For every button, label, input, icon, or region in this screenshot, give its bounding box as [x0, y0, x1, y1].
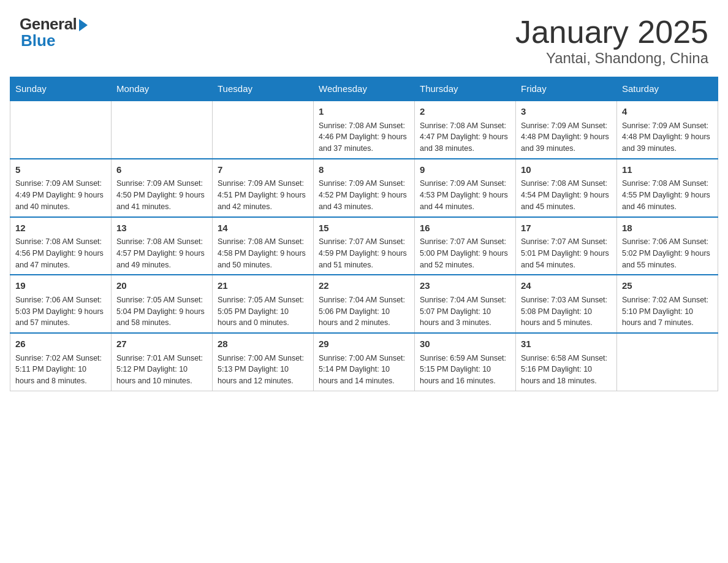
day-info: Sunrise: 7:00 AM Sunset: 5:14 PM Dayligh…: [319, 353, 409, 387]
calendar-cell: 20Sunrise: 7:05 AM Sunset: 5:04 PM Dayli…: [112, 275, 213, 333]
day-number: 18: [622, 221, 713, 236]
calendar-cell: 10Sunrise: 7:08 AM Sunset: 4:54 PM Dayli…: [516, 159, 617, 217]
day-number: 1: [319, 105, 409, 119]
day-number: 28: [218, 337, 308, 351]
day-info: Sunrise: 7:04 AM Sunset: 5:06 PM Dayligh…: [319, 294, 409, 329]
calendar-cell: 6Sunrise: 7:09 AM Sunset: 4:50 PM Daylig…: [112, 159, 213, 217]
day-number: 25: [622, 279, 713, 293]
day-of-week-tuesday: Tuesday: [213, 77, 314, 101]
calendar-cell: 18Sunrise: 7:06 AM Sunset: 5:02 PM Dayli…: [617, 217, 718, 275]
day-number: 21: [218, 279, 308, 293]
day-number: 2: [420, 105, 510, 119]
calendar-cell: 14Sunrise: 7:08 AM Sunset: 4:58 PM Dayli…: [213, 217, 314, 275]
day-of-week-monday: Monday: [112, 77, 213, 101]
week-row-3: 12Sunrise: 7:08 AM Sunset: 4:56 PM Dayli…: [10, 217, 718, 275]
day-number: 14: [218, 221, 308, 236]
calendar-cell: 8Sunrise: 7:09 AM Sunset: 4:52 PM Daylig…: [314, 159, 415, 217]
week-row-1: 1Sunrise: 7:08 AM Sunset: 4:46 PM Daylig…: [10, 101, 718, 159]
calendar-cell: 24Sunrise: 7:03 AM Sunset: 5:08 PM Dayli…: [516, 275, 617, 333]
calendar-cell: [10, 101, 112, 159]
day-number: 17: [521, 221, 612, 236]
day-number: 16: [420, 221, 510, 236]
day-info: Sunrise: 7:09 AM Sunset: 4:51 PM Dayligh…: [218, 178, 308, 212]
day-number: 23: [420, 279, 510, 293]
day-info: Sunrise: 7:09 AM Sunset: 4:48 PM Dayligh…: [521, 120, 612, 155]
calendar-cell: 11Sunrise: 7:08 AM Sunset: 4:55 PM Dayli…: [617, 159, 718, 217]
calendar-cell: 3Sunrise: 7:09 AM Sunset: 4:48 PM Daylig…: [516, 101, 617, 159]
calendar-cell: 2Sunrise: 7:08 AM Sunset: 4:47 PM Daylig…: [415, 101, 516, 159]
calendar-cell: 16Sunrise: 7:07 AM Sunset: 5:00 PM Dayli…: [415, 217, 516, 275]
calendar-cell: [617, 333, 718, 391]
day-info: Sunrise: 7:08 AM Sunset: 4:47 PM Dayligh…: [420, 120, 510, 155]
calendar-cell: 30Sunrise: 6:59 AM Sunset: 5:15 PM Dayli…: [415, 333, 516, 391]
day-info: Sunrise: 7:09 AM Sunset: 4:52 PM Dayligh…: [319, 178, 409, 212]
calendar-cell: 27Sunrise: 7:01 AM Sunset: 5:12 PM Dayli…: [112, 333, 213, 391]
day-info: Sunrise: 7:08 AM Sunset: 4:57 PM Dayligh…: [116, 236, 207, 270]
calendar-cell: 21Sunrise: 7:05 AM Sunset: 5:05 PM Dayli…: [213, 275, 314, 333]
day-info: Sunrise: 7:08 AM Sunset: 4:56 PM Dayligh…: [15, 236, 106, 270]
calendar-subtitle: Yantai, Shandong, China: [515, 50, 708, 67]
calendar-cell: 9Sunrise: 7:09 AM Sunset: 4:53 PM Daylig…: [415, 159, 516, 217]
day-info: Sunrise: 7:08 AM Sunset: 4:55 PM Dayligh…: [622, 178, 713, 212]
logo-blue-text: Blue: [21, 31, 55, 50]
day-number: 26: [15, 337, 106, 351]
day-number: 8: [319, 163, 409, 177]
week-row-2: 5Sunrise: 7:09 AM Sunset: 4:49 PM Daylig…: [10, 159, 718, 217]
day-number: 11: [622, 163, 713, 177]
day-info: Sunrise: 7:05 AM Sunset: 5:05 PM Dayligh…: [218, 294, 308, 329]
day-number: 9: [420, 163, 510, 177]
day-of-week-friday: Friday: [516, 77, 617, 101]
day-number: 5: [15, 163, 106, 177]
day-number: 13: [116, 221, 207, 236]
calendar-cell: [213, 101, 314, 159]
day-info: Sunrise: 7:08 AM Sunset: 4:58 PM Dayligh…: [218, 236, 308, 270]
day-info: Sunrise: 7:04 AM Sunset: 5:07 PM Dayligh…: [420, 294, 510, 329]
header: General Blue January 2025 Yantai, Shando…: [0, 0, 728, 77]
logo: General Blue: [20, 15, 88, 50]
day-info: Sunrise: 6:59 AM Sunset: 5:15 PM Dayligh…: [420, 353, 510, 387]
day-info: Sunrise: 7:03 AM Sunset: 5:08 PM Dayligh…: [521, 294, 612, 329]
calendar-cell: 17Sunrise: 7:07 AM Sunset: 5:01 PM Dayli…: [516, 217, 617, 275]
day-number: 12: [15, 221, 106, 236]
week-row-4: 19Sunrise: 7:06 AM Sunset: 5:03 PM Dayli…: [10, 275, 718, 333]
day-info: Sunrise: 7:07 AM Sunset: 4:59 PM Dayligh…: [319, 236, 409, 270]
calendar-cell: [112, 101, 213, 159]
calendar-cell: 28Sunrise: 7:00 AM Sunset: 5:13 PM Dayli…: [213, 333, 314, 391]
calendar-cell: 5Sunrise: 7:09 AM Sunset: 4:49 PM Daylig…: [10, 159, 112, 217]
day-of-week-sunday: Sunday: [10, 77, 112, 101]
day-info: Sunrise: 6:58 AM Sunset: 5:16 PM Dayligh…: [521, 353, 612, 387]
calendar-cell: 15Sunrise: 7:07 AM Sunset: 4:59 PM Dayli…: [314, 217, 415, 275]
day-info: Sunrise: 7:06 AM Sunset: 5:03 PM Dayligh…: [15, 294, 106, 329]
day-number: 4: [622, 105, 713, 119]
calendar-cell: 25Sunrise: 7:02 AM Sunset: 5:10 PM Dayli…: [617, 275, 718, 333]
calendar-title: January 2025: [515, 15, 708, 50]
day-info: Sunrise: 7:00 AM Sunset: 5:13 PM Dayligh…: [218, 353, 308, 387]
day-number: 19: [15, 279, 106, 293]
calendar-cell: 4Sunrise: 7:09 AM Sunset: 4:48 PM Daylig…: [617, 101, 718, 159]
day-of-week-wednesday: Wednesday: [314, 77, 415, 101]
calendar-cell: 12Sunrise: 7:08 AM Sunset: 4:56 PM Dayli…: [10, 217, 112, 275]
day-info: Sunrise: 7:02 AM Sunset: 5:10 PM Dayligh…: [622, 294, 713, 329]
calendar-cell: 7Sunrise: 7:09 AM Sunset: 4:51 PM Daylig…: [213, 159, 314, 217]
calendar-body: 1Sunrise: 7:08 AM Sunset: 4:46 PM Daylig…: [10, 101, 718, 391]
day-info: Sunrise: 7:09 AM Sunset: 4:53 PM Dayligh…: [420, 178, 510, 212]
day-info: Sunrise: 7:07 AM Sunset: 5:01 PM Dayligh…: [521, 236, 612, 270]
day-info: Sunrise: 7:01 AM Sunset: 5:12 PM Dayligh…: [116, 353, 207, 387]
week-row-5: 26Sunrise: 7:02 AM Sunset: 5:11 PM Dayli…: [10, 333, 718, 391]
day-info: Sunrise: 7:09 AM Sunset: 4:49 PM Dayligh…: [15, 178, 106, 212]
calendar-cell: 26Sunrise: 7:02 AM Sunset: 5:11 PM Dayli…: [10, 333, 112, 391]
day-of-week-thursday: Thursday: [415, 77, 516, 101]
day-info: Sunrise: 7:07 AM Sunset: 5:00 PM Dayligh…: [420, 236, 510, 270]
day-info: Sunrise: 7:05 AM Sunset: 5:04 PM Dayligh…: [116, 294, 207, 329]
day-number: 6: [116, 163, 207, 177]
title-block: January 2025 Yantai, Shandong, China: [515, 15, 708, 67]
day-number: 29: [319, 337, 409, 351]
day-info: Sunrise: 7:02 AM Sunset: 5:11 PM Dayligh…: [15, 353, 106, 387]
day-number: 7: [218, 163, 308, 177]
calendar-cell: 22Sunrise: 7:04 AM Sunset: 5:06 PM Dayli…: [314, 275, 415, 333]
day-of-week-saturday: Saturday: [617, 77, 718, 101]
day-number: 22: [319, 279, 409, 293]
calendar-header: SundayMondayTuesdayWednesdayThursdayFrid…: [10, 77, 718, 101]
day-number: 3: [521, 105, 612, 119]
calendar-cell: 13Sunrise: 7:08 AM Sunset: 4:57 PM Dayli…: [112, 217, 213, 275]
